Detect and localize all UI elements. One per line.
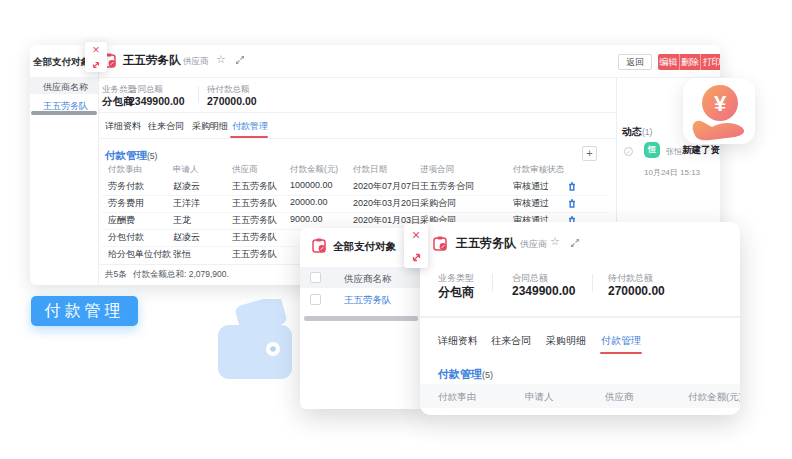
- tabbar-border: [99, 138, 616, 139]
- supplier-detail-card: 王五劳务队 供应商 ☆ 业务类型 分包商 合同总额 2349900.00 待付款…: [420, 222, 740, 415]
- col-header-amount: 付款金额(元): [290, 164, 338, 176]
- col-header-contract: 进项合同: [420, 164, 454, 176]
- date-cell: 2020年07月07日: [353, 180, 420, 193]
- activity-count: (1): [642, 127, 652, 137]
- applicant-cell: 张恒: [173, 248, 191, 261]
- activity-action: 新建了资料: [682, 144, 720, 157]
- col-header-applicant: 申请人: [173, 164, 199, 176]
- section-divider: [99, 112, 616, 113]
- col-header-supplier: 供应商: [232, 164, 258, 176]
- amount-cell: 100000.00: [290, 180, 333, 190]
- back-button[interactable]: 返回: [618, 54, 652, 70]
- expand-diagonal-icon[interactable]: [91, 60, 101, 70]
- supplier-link[interactable]: 王五劳务队: [232, 248, 277, 261]
- supplier-type-label: 供应商: [520, 238, 547, 251]
- tab-detail-info[interactable]: 详细资料: [105, 120, 141, 133]
- tab-contracts[interactable]: 往来合同: [148, 120, 184, 133]
- horizontal-scrollbar[interactable]: [31, 111, 97, 115]
- supplier-link[interactable]: 王五劳务队: [232, 214, 277, 227]
- expand-diagonal-icon[interactable]: [411, 252, 422, 263]
- applicant-cell: 赵凌云: [173, 180, 200, 193]
- supplier-link[interactable]: 王五劳务队: [232, 180, 277, 193]
- star-icon[interactable]: ☆: [550, 235, 560, 248]
- col-header-status: 付款审核状态: [513, 164, 564, 176]
- row-divider: [102, 195, 607, 196]
- tab-payment-management[interactable]: 付款管理: [601, 334, 641, 348]
- close-icon[interactable]: ×: [412, 229, 420, 241]
- section-count: (5): [147, 151, 157, 161]
- screenshot-canvas: 全部支付对象 供应商名称 王五劳务队 王五劳务队 供应商 ☆ 返回 编辑 删除 …: [0, 0, 792, 459]
- applicant-cell: 王龙: [173, 214, 191, 227]
- section-title: 付款管理: [105, 149, 147, 161]
- amount-cell: 20000.00: [290, 197, 328, 207]
- select-all-checkbox[interactable]: [310, 272, 321, 283]
- col-header-reason: 付款事由: [438, 391, 476, 404]
- active-tab-underline: [600, 352, 642, 354]
- print-button[interactable]: 打印: [700, 54, 720, 70]
- section-divider: [420, 316, 740, 318]
- row-count: 共5条: [105, 269, 127, 281]
- tab-detail-info[interactable]: 详细资料: [438, 334, 478, 348]
- supplier-row-link[interactable]: 王五劳务队: [344, 294, 392, 307]
- activity-user: 张恒: [666, 146, 682, 157]
- contract-link[interactable]: 采购合同: [420, 197, 456, 210]
- supplier-name-column: 供应商名称: [43, 81, 88, 94]
- supplier-link[interactable]: 王五劳务队: [232, 231, 277, 244]
- stat-value: 2349900.00: [129, 95, 184, 107]
- close-icon[interactable]: ×: [92, 44, 99, 56]
- delete-button[interactable]: 删除: [679, 54, 701, 70]
- stat-divider: [123, 86, 124, 103]
- applicant-cell: 赵凌云: [173, 231, 200, 244]
- supplier-type-label: 供应商: [183, 56, 209, 68]
- col-header-applicant: 申请人: [525, 391, 554, 404]
- header-divider: [99, 77, 720, 78]
- star-icon[interactable]: ☆: [216, 53, 226, 66]
- panel-window-controls: ×: [85, 42, 107, 72]
- delete-icon[interactable]: [568, 182, 576, 191]
- payment-reason-link[interactable]: 应酬费: [108, 214, 135, 227]
- payee-list-header: 供应商名称: [30, 77, 98, 94]
- date-cell: 2020年03月20日: [353, 197, 420, 210]
- payment-reason-link[interactable]: 分包付款: [108, 231, 144, 244]
- popup-title: 全部支付对象: [333, 240, 396, 254]
- col-header-date: 付款日期: [353, 164, 387, 176]
- expand-icon[interactable]: [235, 55, 245, 65]
- expand-icon[interactable]: [570, 238, 580, 248]
- payment-feature-icon-card: ¥: [683, 78, 755, 144]
- payment-reason-link[interactable]: 劳务费用: [108, 197, 144, 210]
- delete-icon[interactable]: [568, 199, 576, 208]
- status-cell: 审核通过: [513, 197, 549, 210]
- activity-time: 10月24日 15:13: [644, 167, 700, 178]
- action-button-group: 编辑 删除 打印: [658, 54, 720, 70]
- col-header-amount: 付款金额(元): [688, 391, 740, 404]
- record-clipboard-icon: [312, 238, 327, 253]
- card-title: 王五劳务队: [456, 235, 516, 252]
- contract-link[interactable]: 王五劳务合同: [420, 180, 474, 193]
- add-payment-button[interactable]: +: [582, 146, 597, 161]
- stat-divider: [592, 274, 593, 292]
- stat-divider: [198, 86, 199, 103]
- feature-label-badge: 付款管理: [31, 296, 138, 326]
- edit-button[interactable]: 编辑: [658, 54, 679, 70]
- tab-purchase-detail[interactable]: 采购明细: [546, 334, 586, 348]
- supplier-link[interactable]: 王五劳务队: [232, 197, 277, 210]
- amount-total: 付款金额总和: 2,079,900.: [133, 269, 229, 281]
- wallet-icon: [218, 299, 294, 387]
- payment-reason-link[interactable]: 劳务付款: [108, 180, 144, 193]
- payment-reason-link[interactable]: 给分包单位付款: [108, 248, 171, 261]
- tab-contracts[interactable]: 往来合同: [491, 334, 531, 348]
- section-title: 付款管理: [438, 368, 482, 380]
- horizontal-scrollbar[interactable]: [304, 316, 418, 321]
- check-circle-icon: ✓: [624, 147, 633, 156]
- avatar: 恒: [644, 142, 660, 158]
- section-count: (5): [482, 370, 493, 380]
- row-checkbox[interactable]: [310, 294, 321, 305]
- tab-payment-management[interactable]: 付款管理: [232, 120, 268, 133]
- payee-list-panel: 全部支付对象 供应商名称 王五劳务队: [30, 45, 99, 285]
- stat-value: 2349900.00: [512, 284, 575, 298]
- row-divider: [102, 212, 607, 213]
- yuan-hand-icon: ¥: [683, 78, 755, 144]
- stat-value: 270000.00: [608, 284, 665, 298]
- record-clipboard-icon: [433, 236, 448, 251]
- tab-purchase-detail[interactable]: 采购明细: [192, 120, 228, 133]
